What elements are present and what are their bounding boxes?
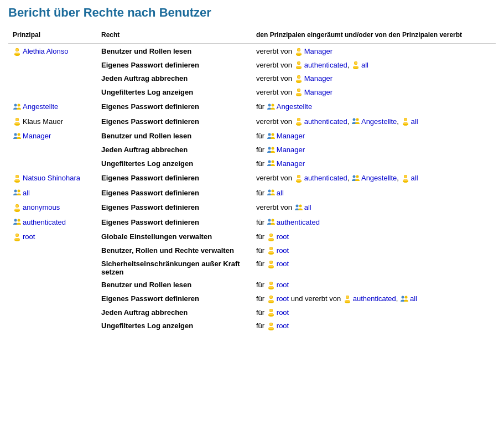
source-link[interactable]: authenticated [304,174,347,182]
source-cell: vererbt von all [252,200,496,215]
user-yellow-icon [267,308,276,317]
source-link[interactable]: root [277,260,289,268]
source-link[interactable]: all [277,189,284,197]
source-cell: für root [252,229,496,244]
user-group-icon [267,102,276,111]
right-cell: Jeden Auftrag abbrechen [97,306,252,320]
source-link[interactable]: Manager [277,146,305,154]
svg-point-29 [297,89,300,92]
source-link[interactable]: Manager [304,47,332,55]
source-link[interactable]: root [277,232,289,241]
right-cell: Globale Einstellungen verwalten [97,229,252,244]
right-cell: Eigenes Passwort definieren [97,99,252,114]
svg-point-70 [356,175,358,178]
svg-point-120 [269,296,272,298]
principal-link[interactable]: root [23,232,35,241]
svg-point-127 [405,296,408,298]
source-link[interactable]: root [277,294,289,303]
source-link[interactable]: Manager [277,132,305,140]
principal-name: Klaus Mauer [23,117,63,126]
source-link[interactable]: authenticated [304,117,347,126]
right-cell: Ungefiltertes Log anzeigen [97,319,252,333]
svg-point-86 [299,204,302,207]
user-yellow-icon [294,174,303,183]
principal-link[interactable]: Manager [23,132,51,140]
svg-point-87 [14,219,17,222]
svg-point-38 [16,118,19,121]
table-row: anonymousEigenes Passwort definierenvere… [8,200,496,215]
principal-link[interactable]: anonymous [23,203,60,211]
svg-point-19 [354,62,357,65]
principal-cell: Angestellte [8,99,97,114]
source-link[interactable]: authenticated [304,61,347,69]
source-link[interactable]: all [361,61,368,69]
user-yellow-icon [351,60,360,69]
source-link[interactable]: root [277,246,289,255]
source-link[interactable]: all [410,294,417,303]
svg-point-52 [18,133,20,136]
source-link[interactable]: all [304,203,311,211]
source-link[interactable]: root [277,322,289,330]
principal-link[interactable]: Alethia Alonso [23,47,68,55]
source-cell: für root [252,257,496,278]
principal-cell: all [8,185,97,200]
svg-point-125 [346,296,349,298]
svg-point-43 [297,118,300,121]
principal-link[interactable]: Angestellte [23,102,58,111]
source-cell: für Manager [252,143,496,157]
principal-cell [8,86,97,100]
source-link[interactable]: Manager [277,159,305,168]
principal-link[interactable]: authenticated [23,218,66,226]
svg-point-84 [16,204,19,207]
table-row: Eigenes Passwort definierenfür root und … [8,292,496,306]
svg-point-14 [297,62,300,65]
source-cell: vererbt von authenticated, Angestellte, … [252,170,496,185]
user-group-icon [351,117,360,126]
rights-table: Prinzipal Recht den Prinzipalen eingeräu… [8,29,496,333]
user-group-icon [294,203,303,212]
svg-point-30 [14,103,17,106]
principal-cell: Manager [8,128,97,143]
source-link[interactable]: Angestellte [361,117,397,126]
right-cell: Benutzer, Rollen und Rechte verwalten [97,244,252,258]
source-link[interactable]: authenticated [277,218,320,226]
table-row: Ungefiltertes Log anzeigenfür Manager [8,157,496,171]
principal-cell: anonymous [8,200,97,215]
user-yellow-icon [13,203,22,212]
principal-cell [8,143,97,157]
svg-point-89 [268,219,271,222]
svg-point-69 [352,175,355,178]
source-link[interactable]: root [277,308,289,317]
source-link[interactable]: authenticated [353,294,396,303]
right-cell: Ungefiltertes Log anzeigen [97,157,252,171]
right-cell: Jeden Auftrag abbrechen [97,72,252,86]
principal-link[interactable]: Natsuo Shinohara [23,174,80,182]
principal-cell [8,157,97,171]
source-cell: für Manager [252,128,496,143]
source-link[interactable]: Angestellte [277,102,312,111]
source-link[interactable]: all [411,174,418,182]
user-yellow-icon [343,294,352,303]
user-group-icon [267,132,276,141]
source-link[interactable]: all [411,117,418,126]
table-row: Sicherheitseinschränkungen außer Kraft s… [8,257,496,278]
user-yellow-icon [13,117,22,126]
source-link[interactable]: Manager [304,74,332,82]
user-group-icon [13,188,22,197]
source-link[interactable]: Angestellte [361,174,397,182]
svg-point-58 [271,160,274,163]
svg-point-44 [352,118,355,121]
table-row: Klaus MauerEigenes Passwort definierenve… [8,114,496,129]
source-cell: für Manager [252,157,496,171]
svg-point-56 [271,147,274,149]
table-row: Jeden Auftrag abbrechenfür Manager [8,143,496,157]
source-link[interactable]: Manager [304,88,332,96]
principal-link[interactable]: all [23,189,30,197]
right-cell: Eigenes Passwort definieren [97,200,252,215]
svg-point-24 [297,75,300,78]
table-row: Ungefiltertes Log anzeigenvererbt von Ma… [8,86,496,100]
table-row: allEigenes Passwort definierenfür all [8,185,496,200]
right-cell: Eigenes Passwort definieren [97,215,252,230]
source-link[interactable]: root [277,281,289,289]
source-cell: für all [252,185,496,200]
